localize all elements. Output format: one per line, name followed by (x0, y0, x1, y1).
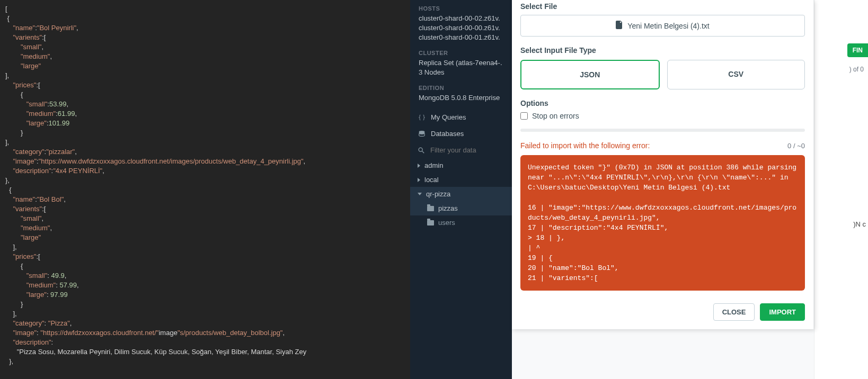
host-item: cluster0-shard-00-00.z61v. (419, 23, 503, 33)
file-name: Yeni Metin Belgesi (4).txt (627, 22, 709, 30)
cluster-value: Replica Set (atlas-7eena4-. 3 Nodes (419, 58, 503, 77)
host-item: cluster0-shard-00-02.z61v. (419, 14, 503, 23)
svg-line-2 (422, 151, 424, 153)
import-progress-bar (520, 129, 805, 132)
close-button[interactable]: CLOSE (713, 303, 755, 321)
nav-label: My Queries (431, 113, 466, 121)
error-details: Unexpected token "}" (0x7D) in JSON at p… (520, 155, 805, 291)
nav-my-queries[interactable]: My Queries (410, 109, 512, 125)
import-button[interactable]: IMPORT (760, 303, 805, 321)
json-label-fragment: )N c (853, 220, 866, 228)
file-icon (616, 21, 623, 31)
hosts-label: HOSTS (419, 5, 503, 12)
edition-label: EDITION (419, 85, 503, 91)
braces-icon (418, 113, 426, 121)
code-editor[interactable]: [ { "name":"Bol Peynirli", "varients":[ … (0, 0, 410, 379)
search-icon (418, 146, 425, 154)
db-label: qr-pizza (426, 190, 450, 198)
folder-icon (427, 206, 434, 211)
nav-databases[interactable]: Databases (410, 125, 512, 142)
stop-on-errors-checkbox[interactable] (520, 112, 528, 120)
chevron-right-icon (418, 164, 420, 168)
compass-sidebar: HOSTS cluster0-shard-00-02.z61v. cluster… (410, 0, 512, 379)
nav-label: Databases (431, 130, 464, 138)
file-select-button[interactable]: Yeni Metin Belgesi (4).txt (520, 15, 805, 37)
doc-count-fragment: ) of 0 (849, 66, 864, 73)
edition-value: MongoDB 5.0.8 Enterprise (419, 93, 503, 103)
collection-label: pizzas (438, 204, 458, 212)
db-label: local (424, 176, 439, 184)
find-button-fragment[interactable]: FIN (847, 43, 868, 57)
filter-row[interactable] (410, 142, 512, 158)
filetype-json-button[interactable]: JSON (520, 60, 660, 89)
filter-input[interactable] (430, 146, 504, 154)
db-local[interactable]: local (410, 173, 512, 187)
folder-icon (427, 220, 434, 225)
stop-on-errors-row[interactable]: Stop on errors (520, 112, 805, 120)
stop-on-errors-label: Stop on errors (532, 112, 579, 120)
code-content: [ { "name":"Bol Peynirli", "varients":[ … (5, 5, 306, 365)
collection-label: users (438, 219, 455, 227)
error-count: 0 / ~0 (787, 142, 805, 150)
db-label: admin (424, 161, 443, 169)
select-type-label: Select Input File Type (520, 46, 805, 55)
db-qr-pizza[interactable]: qr-pizza (410, 187, 512, 201)
content-strip: FIN ) of 0 )N c (814, 0, 868, 379)
database-icon (418, 130, 426, 138)
filetype-csv-button[interactable]: CSV (667, 60, 805, 89)
error-message: Failed to import with the following erro… (520, 141, 650, 150)
chevron-right-icon (418, 178, 420, 182)
chevron-down-icon (418, 193, 422, 195)
select-file-label: Select File (520, 2, 805, 11)
cluster-label: CLUSTER (419, 50, 503, 56)
collection-users[interactable]: users (410, 215, 512, 230)
svg-point-1 (419, 148, 422, 151)
main-panel: FIN ) of 0 )N c Select File Yeni Metin B… (512, 0, 868, 379)
db-admin[interactable]: admin (410, 158, 512, 173)
collection-pizzas[interactable]: pizzas (410, 201, 512, 215)
import-modal: Select File Yeni Metin Belgesi (4).txt S… (512, 0, 814, 329)
options-label: Options (520, 99, 805, 107)
host-item: cluster0-shard-00-01.z61v. (419, 33, 503, 42)
